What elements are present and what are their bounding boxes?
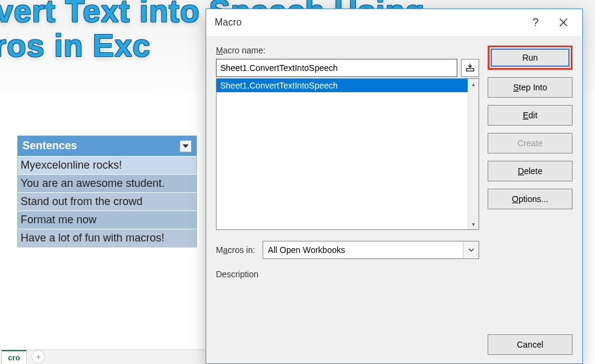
table-row[interactable]: You are an awesome student. bbox=[18, 174, 197, 192]
cell-text: Myexcelonline rocks! bbox=[21, 159, 122, 171]
scroll-up-icon[interactable]: ▴ bbox=[472, 79, 475, 89]
dialog-titlebar: Macro ? bbox=[206, 9, 582, 36]
macros-in-label: Macros in: bbox=[216, 245, 255, 255]
cancel-area: Cancel bbox=[488, 334, 573, 355]
collapse-dialog-button[interactable] bbox=[461, 59, 479, 77]
add-sheet-button[interactable]: + bbox=[32, 350, 45, 363]
wordart-line2: cros in Exc bbox=[0, 28, 150, 63]
macro-name-input[interactable] bbox=[216, 59, 457, 77]
delete-button[interactable]: Delete bbox=[488, 161, 573, 181]
edit-button[interactable]: Edit bbox=[488, 105, 573, 126]
help-icon: ? bbox=[533, 16, 539, 29]
table-row[interactable]: Have a lot of fun with macros! bbox=[18, 229, 197, 247]
active-sheet-tab[interactable]: cro bbox=[1, 350, 27, 364]
cell-text: Stand out from the crowd bbox=[21, 195, 143, 207]
macro-name-row bbox=[216, 59, 479, 77]
filter-dropdown-icon[interactable] bbox=[180, 140, 192, 152]
svg-rect-0 bbox=[466, 69, 474, 71]
right-column: Run Step Into Edit Create Delete Options… bbox=[488, 46, 573, 354]
list-item[interactable]: Sheet1.ConvertTextIntoSpeech bbox=[217, 79, 468, 92]
left-column: Macro name: Sheet1.ConvertTextIntoSpeech bbox=[216, 46, 479, 354]
run-highlight: Run bbox=[488, 46, 573, 70]
step-into-button[interactable]: Step Into bbox=[488, 77, 573, 98]
description-label: Description bbox=[216, 269, 258, 279]
table-row[interactable]: Format me now bbox=[18, 211, 197, 229]
macros-in-row: Macros in: All Open Workbooks bbox=[216, 241, 479, 259]
dialog-body: Macro name: Sheet1.ConvertTextIntoSpeech bbox=[206, 36, 582, 363]
macro-dialog: Macro ? Macro name: Sheet1 bbox=[206, 8, 583, 364]
description-row: Description bbox=[216, 269, 479, 280]
dialog-title: Macro bbox=[215, 17, 241, 28]
table-header-label: Sentences bbox=[22, 140, 77, 152]
cell-text: Format me now bbox=[21, 214, 96, 226]
help-button[interactable]: ? bbox=[522, 9, 550, 36]
macro-list: Sheet1.ConvertTextIntoSpeech ▴ ▾ bbox=[216, 78, 479, 230]
scroll-down-icon[interactable]: ▾ bbox=[472, 219, 475, 229]
close-button[interactable] bbox=[550, 9, 577, 36]
scrollbar[interactable]: ▴ ▾ bbox=[468, 79, 479, 229]
sheet-tabs: cro + bbox=[0, 349, 206, 364]
cell-text: Have a lot of fun with macros! bbox=[21, 232, 164, 244]
cancel-button[interactable]: Cancel bbox=[488, 334, 573, 355]
cell-text: You are an awesome student. bbox=[21, 177, 165, 189]
chevron-down-icon bbox=[463, 241, 479, 258]
macro-name-label: Macro name: bbox=[216, 46, 479, 55]
create-button: Create bbox=[488, 133, 573, 153]
table-row[interactable]: Myexcelonline rocks! bbox=[18, 156, 197, 174]
table-row[interactable]: Stand out from the crowd bbox=[18, 192, 197, 211]
macros-in-combobox[interactable]: All Open Workbooks bbox=[263, 241, 479, 259]
combobox-value: All Open Workbooks bbox=[268, 245, 345, 255]
options-button[interactable]: Options... bbox=[488, 189, 573, 209]
collapse-icon bbox=[466, 64, 474, 72]
table-header: Sentences bbox=[18, 136, 197, 156]
close-icon bbox=[559, 18, 568, 27]
macro-list-body[interactable]: Sheet1.ConvertTextIntoSpeech bbox=[217, 79, 468, 229]
excel-table: Sentences Myexcelonline rocks! You are a… bbox=[17, 135, 197, 248]
run-button[interactable]: Run bbox=[491, 49, 570, 67]
